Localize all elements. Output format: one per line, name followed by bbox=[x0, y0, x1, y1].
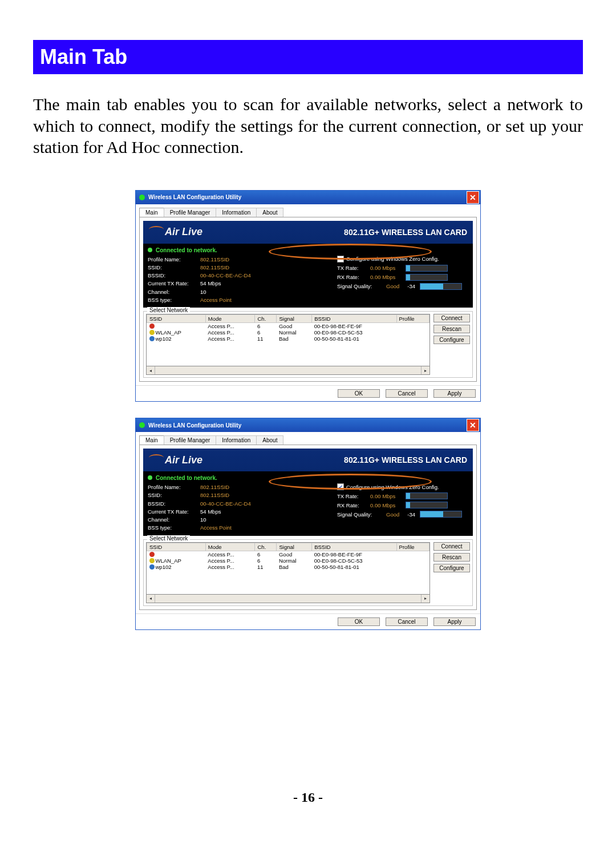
table-row[interactable]: Access P...6Good00-E0-98-BE-FE-9F bbox=[147, 323, 429, 330]
network-list[interactable]: SSIDModeCh.SignalBSSIDProfile Access P..… bbox=[146, 314, 430, 366]
status-right: ✔Configure using Windows Zero Config. TX… bbox=[337, 483, 468, 532]
connected-dot-icon bbox=[148, 475, 152, 480]
section-heading-bar: Main Tab bbox=[33, 40, 583, 74]
close-icon[interactable]: ✕ bbox=[467, 191, 479, 204]
brand-banner: Air Live 802.11G+ WIRELESS LAN CARD bbox=[143, 449, 473, 471]
network-status-icon bbox=[149, 336, 155, 341]
col-bssid[interactable]: BSSID bbox=[312, 315, 396, 323]
table-row[interactable]: WLAN_AP Access P...6Normal00-E0-98-CD-5C… bbox=[147, 558, 429, 564]
window-titlebar: Wireless LAN Configuration Utility ✕ bbox=[136, 191, 480, 204]
tab-information[interactable]: Information bbox=[216, 208, 257, 217]
tab-information[interactable]: Information bbox=[216, 435, 257, 445]
col-ssid[interactable]: SSID bbox=[147, 543, 206, 551]
rescan-button[interactable]: Rescan bbox=[433, 325, 470, 333]
table-row[interactable]: WLAN_AP Access P...6Normal00-E0-98-CD-5C… bbox=[147, 329, 429, 336]
status-left: Profile Name:802.11SSID SSID:802.11SSID … bbox=[148, 483, 337, 532]
network-status-icon bbox=[149, 330, 155, 335]
table-row[interactable]: Access P...6Good00-E0-98-BE-FE-9F bbox=[147, 551, 429, 558]
app-status-icon bbox=[139, 195, 145, 200]
zero-config-checkbox[interactable]: ✔ bbox=[337, 483, 344, 490]
signal-quality-bar bbox=[420, 283, 462, 290]
network-buttons: Connect Rescan Configure bbox=[433, 542, 470, 603]
col-bssid[interactable]: BSSID bbox=[312, 543, 396, 551]
network-status-icon bbox=[149, 552, 155, 557]
configure-button[interactable]: Configure bbox=[433, 336, 470, 344]
window-title: Wireless LAN Configuration Utility bbox=[148, 194, 241, 200]
ok-button[interactable]: OK bbox=[338, 389, 380, 398]
rx-rate-bar bbox=[406, 274, 448, 281]
apply-button[interactable]: Apply bbox=[433, 617, 476, 626]
card-name: 802.11G+ WIRELESS LAN CARD bbox=[344, 455, 467, 465]
scroll-right-icon[interactable]: ▸ bbox=[421, 366, 429, 374]
scroll-right-icon[interactable]: ▸ bbox=[421, 595, 429, 603]
cancel-button[interactable]: Cancel bbox=[386, 617, 428, 626]
close-icon[interactable]: ✕ bbox=[467, 419, 479, 431]
col-ch[interactable]: Ch. bbox=[255, 315, 277, 323]
window-titlebar: Wireless LAN Configuration Utility ✕ bbox=[136, 418, 480, 432]
network-list-container: SSIDModeCh.SignalBSSIDProfile Access P..… bbox=[146, 542, 430, 603]
col-profile[interactable]: Profile bbox=[396, 543, 429, 551]
tab-row: MainProfile ManagerInformationAbout bbox=[139, 208, 480, 217]
screenshots-container: Wireless LAN Configuration Utility ✕ Mai… bbox=[33, 190, 583, 630]
connected-label: Connected to network. bbox=[148, 247, 468, 253]
signal-quality-bar bbox=[420, 511, 462, 518]
wave-icon bbox=[149, 226, 164, 233]
cancel-button[interactable]: Cancel bbox=[386, 389, 428, 398]
network-list[interactable]: SSIDModeCh.SignalBSSIDProfile Access P..… bbox=[146, 542, 430, 595]
section-title: Main Tab bbox=[40, 45, 127, 69]
wlan-utility-window: Wireless LAN Configuration Utility ✕ Mai… bbox=[135, 418, 481, 630]
brand-logo: Air Live bbox=[149, 454, 202, 466]
dialog-buttons: OK Cancel Apply bbox=[136, 613, 480, 629]
zero-config-checkbox[interactable] bbox=[337, 256, 344, 263]
tab-row: MainProfile ManagerInformationAbout bbox=[139, 435, 480, 445]
wave-icon bbox=[149, 454, 164, 461]
tx-rate-bar bbox=[406, 265, 448, 272]
wlan-utility-window: Wireless LAN Configuration Utility ✕ Mai… bbox=[135, 190, 481, 402]
select-network-legend: Select Network bbox=[147, 535, 190, 542]
tab-profile-manager[interactable]: Profile Manager bbox=[164, 435, 217, 445]
tab-main[interactable]: Main bbox=[139, 435, 164, 445]
col-mode[interactable]: Mode bbox=[205, 543, 255, 551]
rx-rate-bar bbox=[406, 502, 448, 508]
col-signal[interactable]: Signal bbox=[277, 315, 312, 323]
select-network-legend: Select Network bbox=[147, 307, 190, 313]
table-row[interactable]: wp102 Access P...11Bad00-50-50-81-81-01 bbox=[147, 336, 429, 342]
page-number: - 16 - bbox=[0, 790, 616, 805]
tab-profile-manager[interactable]: Profile Manager bbox=[164, 208, 217, 217]
network-status-icon bbox=[149, 324, 155, 329]
network-buttons: Connect Rescan Configure bbox=[433, 314, 470, 375]
tab-main[interactable]: Main bbox=[139, 208, 164, 217]
zero-config-checkbox-row[interactable]: ✔Configure using Windows Zero Config. bbox=[337, 483, 468, 490]
network-status-icon bbox=[149, 558, 155, 563]
brand-banner: Air Live 802.11G+ WIRELESS LAN CARD bbox=[143, 221, 473, 244]
table-row[interactable]: wp102 Access P...11Bad00-50-50-81-81-01 bbox=[147, 564, 429, 570]
apply-button[interactable]: Apply bbox=[433, 389, 476, 398]
network-list-container: SSIDModeCh.SignalBSSIDProfile Access P..… bbox=[146, 314, 430, 375]
col-ch[interactable]: Ch. bbox=[255, 543, 277, 551]
select-network-group: Select Network SSIDModeCh.SignalBSSIDPro… bbox=[143, 311, 473, 378]
tx-rate-bar bbox=[406, 492, 448, 499]
status-area: Connected to network. Profile Name:802.1… bbox=[143, 471, 473, 536]
zero-config-checkbox-row[interactable]: Configure using Windows Zero Config. bbox=[337, 256, 468, 263]
connected-label: Connected to network. bbox=[148, 475, 468, 481]
tab-main-pane: Air Live 802.11G+ WIRELESS LAN CARD Conn… bbox=[139, 217, 477, 382]
app-status-icon bbox=[139, 422, 145, 428]
col-mode[interactable]: Mode bbox=[205, 315, 255, 323]
ok-button[interactable]: OK bbox=[338, 617, 380, 626]
network-status-icon bbox=[149, 564, 155, 570]
col-signal[interactable]: Signal bbox=[277, 543, 312, 551]
connect-button[interactable]: Connect bbox=[433, 542, 470, 551]
scroll-left-icon[interactable]: ◂ bbox=[147, 595, 155, 603]
rescan-button[interactable]: Rescan bbox=[433, 553, 470, 562]
status-left: Profile Name:802.11SSID SSID:802.11SSID … bbox=[148, 256, 337, 305]
col-ssid[interactable]: SSID bbox=[147, 315, 206, 323]
status-right: Configure using Windows Zero Config. TX … bbox=[337, 256, 468, 305]
horizontal-scrollbar[interactable]: ◂▸ bbox=[146, 366, 430, 375]
col-profile[interactable]: Profile bbox=[396, 315, 429, 323]
tab-about[interactable]: About bbox=[256, 435, 283, 445]
tab-about[interactable]: About bbox=[256, 208, 283, 217]
configure-button[interactable]: Configure bbox=[433, 564, 470, 572]
horizontal-scrollbar[interactable]: ◂▸ bbox=[146, 595, 430, 603]
scroll-left-icon[interactable]: ◂ bbox=[147, 366, 155, 374]
connect-button[interactable]: Connect bbox=[433, 314, 470, 322]
